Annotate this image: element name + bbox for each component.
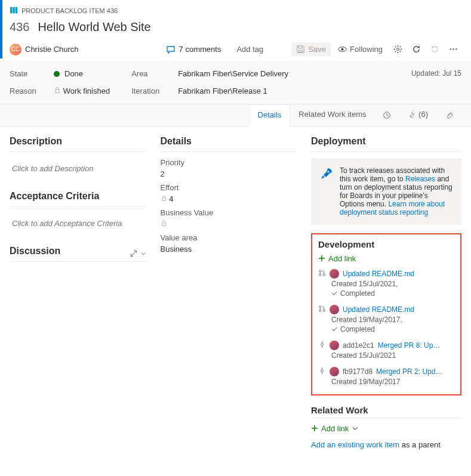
svg-rect-9 bbox=[56, 89, 59, 92]
settings-button[interactable] bbox=[390, 42, 406, 56]
svg-rect-0 bbox=[10, 7, 13, 14]
priority-value[interactable]: 2 bbox=[161, 169, 297, 178]
deployment-info-box: To track releases associated with this w… bbox=[311, 158, 461, 225]
description-title: Description bbox=[10, 136, 146, 147]
tab-related-work-items[interactable]: Related Work items bbox=[290, 104, 374, 126]
chevron-down-icon bbox=[352, 425, 359, 432]
svg-point-8 bbox=[455, 48, 457, 50]
svg-rect-12 bbox=[162, 222, 165, 225]
add-development-link-button[interactable]: Add link bbox=[318, 254, 454, 263]
svg-point-17 bbox=[319, 305, 321, 307]
dev-item-created: Created 19/May/2017 bbox=[331, 378, 454, 386]
dev-item-created: Created 19/May/2017, bbox=[331, 316, 454, 324]
undo-button[interactable] bbox=[427, 42, 443, 56]
svg-point-14 bbox=[319, 270, 321, 271]
value-area-value[interactable]: Business bbox=[161, 245, 297, 254]
fields-section: State Done Reason Work finished Area Fab… bbox=[0, 61, 471, 104]
tab-history[interactable] bbox=[374, 104, 399, 126]
lock-icon bbox=[161, 194, 167, 203]
dev-item-link[interactable]: Updated README.md bbox=[343, 270, 414, 278]
reason-label: Reason bbox=[10, 86, 41, 95]
ellipsis-icon bbox=[449, 45, 458, 54]
dev-item: Updated README.md Created 15/Jul/2021, C… bbox=[318, 269, 454, 298]
plus-icon bbox=[318, 255, 325, 262]
effort-value[interactable]: 4 bbox=[161, 194, 297, 203]
refresh-button[interactable] bbox=[408, 42, 424, 56]
reason-value[interactable]: Work finished bbox=[54, 86, 110, 95]
middle-column: Details Priority 2 Effort 4 Business Val… bbox=[161, 136, 297, 453]
updated-timestamp: Updated: Jul 15 bbox=[411, 69, 461, 95]
svg-rect-11 bbox=[162, 197, 165, 200]
save-button[interactable]: Save bbox=[291, 42, 331, 56]
dev-item: add1e2c1 Merged PR 8: Up… Created 15/Jul… bbox=[318, 341, 454, 360]
add-existing-work-item-link[interactable]: Add an existing work item as a parent bbox=[311, 437, 461, 453]
comments-button[interactable]: 7 comments bbox=[166, 45, 221, 54]
releases-link[interactable]: Releases bbox=[405, 175, 435, 183]
svg-point-15 bbox=[319, 274, 321, 276]
more-button[interactable] bbox=[445, 42, 461, 56]
undo-icon bbox=[430, 45, 439, 54]
dev-item-status: Completed bbox=[340, 289, 375, 298]
dev-item-link[interactable]: Updated README.md bbox=[343, 305, 414, 314]
toolbar: Save Following bbox=[291, 42, 461, 56]
attachment-icon bbox=[445, 111, 453, 119]
commit-icon bbox=[318, 367, 326, 376]
svg-point-18 bbox=[319, 310, 321, 311]
work-item-header: PRODUCT BACKLOG ITEM 436 436 Hello World… bbox=[0, 0, 471, 61]
left-column: Description Click to add Description Acc… bbox=[10, 136, 146, 453]
value-area-label: Value area bbox=[161, 233, 297, 242]
dev-item-created: Created 15/Jul/2021, bbox=[331, 280, 454, 288]
lock-icon bbox=[161, 220, 167, 228]
commit-hash: add1e2c1 bbox=[343, 341, 374, 350]
dev-item-link[interactable]: Merged PR 8: Up… bbox=[378, 341, 441, 350]
work-item-title[interactable]: Hello World Web Site bbox=[38, 20, 150, 34]
tabs-bar: Details Related Work items (6) bbox=[0, 104, 471, 126]
add-related-link-button[interactable]: Add link bbox=[311, 424, 461, 433]
avatar-icon bbox=[330, 341, 339, 350]
business-value-value[interactable] bbox=[161, 220, 297, 228]
area-value[interactable]: Fabrikam Fiber\Service Delivery bbox=[178, 69, 288, 78]
svg-rect-1 bbox=[13, 7, 15, 14]
comment-icon bbox=[166, 45, 176, 54]
svg-rect-2 bbox=[16, 7, 18, 14]
eye-icon bbox=[338, 45, 347, 54]
iteration-value[interactable]: Fabrikam Fiber\Release 1 bbox=[178, 86, 267, 95]
dev-item: Updated README.md Created 19/May/2017, C… bbox=[318, 305, 454, 333]
expand-icon bbox=[130, 249, 138, 258]
svg-point-19 bbox=[323, 310, 325, 311]
check-icon bbox=[331, 326, 338, 332]
acceptance-criteria-placeholder[interactable]: Click to add Acceptance Criteria bbox=[10, 213, 146, 234]
svg-point-5 bbox=[396, 48, 399, 50]
avatar-icon bbox=[330, 367, 339, 376]
state-label: State bbox=[10, 69, 41, 78]
work-item-type-label: PRODUCT BACKLOG ITEM 436 bbox=[21, 7, 118, 14]
dev-item-link[interactable]: Merged PR 2: Upd… bbox=[376, 367, 442, 376]
add-tag-button[interactable]: Add tag bbox=[236, 45, 263, 54]
dev-item-created: Created 15/Jul/2021 bbox=[331, 351, 454, 360]
assignee[interactable]: CC Christie Church bbox=[10, 44, 79, 55]
svg-point-6 bbox=[450, 48, 451, 50]
deployment-title: Deployment bbox=[311, 136, 461, 147]
discussion-expand-button[interactable] bbox=[130, 249, 146, 258]
chevron-down-icon bbox=[140, 251, 146, 256]
svg-point-4 bbox=[341, 48, 344, 51]
discussion-title: Discussion bbox=[10, 246, 60, 256]
description-placeholder[interactable]: Click to add Description bbox=[10, 158, 146, 179]
area-label: Area bbox=[131, 69, 165, 78]
refresh-icon bbox=[412, 45, 421, 54]
effort-label: Effort bbox=[161, 183, 297, 192]
details-title: Details bbox=[161, 136, 297, 147]
assignee-name: Christie Church bbox=[25, 45, 79, 54]
commit-icon bbox=[318, 341, 326, 350]
svg-point-21 bbox=[321, 369, 323, 372]
gear-icon bbox=[393, 45, 402, 54]
tab-details[interactable]: Details bbox=[249, 104, 291, 126]
commit-hash: fb9177d8 bbox=[343, 367, 373, 376]
link-icon bbox=[408, 111, 416, 119]
priority-label: Priority bbox=[161, 158, 297, 167]
tab-links[interactable]: (6) bbox=[399, 104, 436, 126]
history-icon bbox=[383, 111, 391, 119]
tab-attachments[interactable] bbox=[436, 104, 461, 126]
state-value[interactable]: Done bbox=[54, 69, 83, 78]
follow-button[interactable]: Following bbox=[333, 42, 387, 56]
